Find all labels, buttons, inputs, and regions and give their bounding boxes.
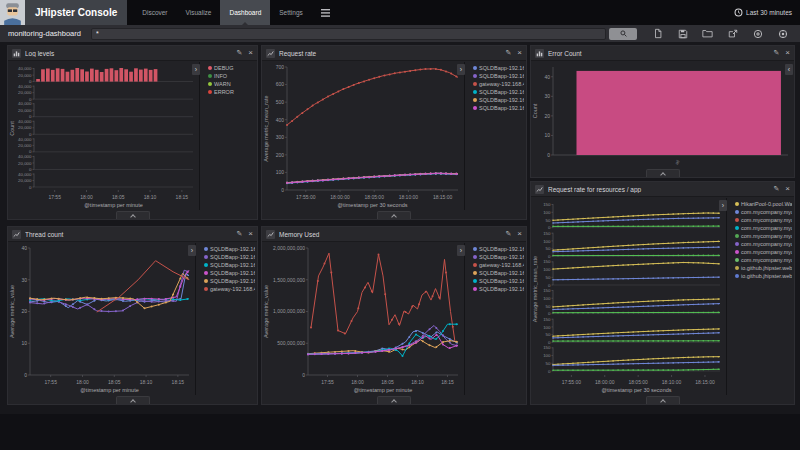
chevron-up-icon <box>660 399 666 405</box>
time-range-label: Last 30 minutes <box>746 9 792 16</box>
legend-item[interactable]: SQLDBapp-192.168.4... <box>473 286 524 292</box>
legend-item[interactable]: INFO <box>208 73 255 79</box>
panel-header-log-levels[interactable]: Log levels ✎× <box>8 46 257 61</box>
chart-canvas-request-rate-resources[interactable]: 1501005001501005001501005001501005001501… <box>531 198 726 395</box>
legend-item[interactable]: SQLDBapp-192.168.4... <box>204 270 255 276</box>
legend-color-dot <box>473 74 477 78</box>
svg-text:50: 50 <box>546 218 551 223</box>
collapse-panel-button[interactable] <box>377 211 411 219</box>
collapse-panel-button[interactable] <box>377 396 411 404</box>
remove-panel-icon[interactable]: × <box>248 49 253 57</box>
edit-panel-icon[interactable]: ✎ <box>236 49 242 57</box>
line-chart-icon <box>266 49 275 58</box>
legend-item[interactable]: com.mycompany.myap... <box>735 249 792 255</box>
svg-text:18:15:00: 18:15:00 <box>433 194 453 200</box>
edit-panel-icon[interactable]: ✎ <box>505 49 511 57</box>
open-folder-icon[interactable] <box>702 28 713 39</box>
edit-panel-icon[interactable]: ✎ <box>773 49 779 57</box>
legend-item[interactable]: SQLDBapp-192.168.4... <box>473 278 524 284</box>
chart-canvas-request-rate[interactable]: 700600500400300200100017:55:0018:00:0018… <box>262 62 464 210</box>
legend-item[interactable]: SQLDBapp-192.168.4... <box>473 97 524 103</box>
svg-text:40,000: 40,000 <box>18 84 32 89</box>
add-visualization-icon[interactable] <box>752 28 763 39</box>
nav-discover[interactable]: Discover <box>133 0 176 25</box>
svg-text:40,000: 40,000 <box>18 172 32 177</box>
legend-item[interactable]: gateway-192.168.43.8... <box>204 286 255 292</box>
legend-item[interactable]: ERROR <box>208 89 255 95</box>
dashboard-toolbar <box>652 28 792 39</box>
edit-panel-icon[interactable]: ✎ <box>236 230 242 238</box>
save-icon[interactable] <box>677 28 688 39</box>
share-icon[interactable] <box>727 28 738 39</box>
remove-panel-icon[interactable]: × <box>785 49 790 57</box>
svg-text:Average metric_mean_rate: Average metric_mean_rate <box>532 256 538 322</box>
legend-item[interactable]: SQLDBapp-192.168.4... <box>204 278 255 284</box>
legend-toggle-icon[interactable]: › <box>457 64 465 75</box>
chevron-up-icon <box>391 214 397 220</box>
legend-label: SQLDBapp-192.168.4... <box>479 105 524 111</box>
chart-canvas-log-levels[interactable]: 40,00020,000040,00020,000040,00020,00004… <box>8 62 199 210</box>
legend-item[interactable]: SQLDBapp-192.168.4... <box>473 105 524 111</box>
legend-item[interactable]: SQLDBapp-192.168.4... <box>473 89 524 95</box>
collapse-panel-button[interactable] <box>646 396 680 404</box>
legend-toggle-icon[interactable]: › <box>719 200 727 211</box>
collapse-panel-button[interactable] <box>646 169 680 177</box>
legend-column: › SQLDBapp-192.168.4...SQLDBapp-192.168.… <box>464 62 526 210</box>
panel-header-memory-used[interactable]: Memory Used ✎× <box>262 227 526 242</box>
legend-toggle-icon[interactable]: › <box>192 64 200 75</box>
legend-item[interactable]: SQLDBapp-192.168.4... <box>473 254 524 260</box>
menu-icon[interactable] <box>312 0 339 25</box>
legend-item[interactable]: com.mycompany.myap... <box>735 217 792 223</box>
legend-item[interactable]: gateway-192.168.43.8... <box>473 262 524 268</box>
legend-item[interactable]: com.mycompany.myap... <box>735 257 792 263</box>
collapse-panel-button[interactable] <box>116 211 150 219</box>
legend-item[interactable]: SQLDBapp-192.168.4... <box>473 73 524 79</box>
nav-settings[interactable]: Settings <box>270 0 312 25</box>
edit-panel-icon[interactable]: ✎ <box>773 185 779 193</box>
legend-color-dot <box>208 74 212 78</box>
legend-item[interactable]: SQLDBapp-192.168.4... <box>204 262 255 268</box>
nav-dashboard[interactable]: Dashboard <box>220 0 270 25</box>
panel-header-error-count[interactable]: Error Count ✎× <box>531 46 794 61</box>
svg-text:0: 0 <box>548 283 551 288</box>
legend-item[interactable]: WARN <box>208 81 255 87</box>
remove-panel-icon[interactable]: × <box>517 49 522 57</box>
collapse-panel-button[interactable] <box>116 396 150 404</box>
legend-toggle-icon[interactable]: ‹ <box>785 64 793 75</box>
legend-item[interactable]: io.github.jhipster.web.r... <box>735 273 792 279</box>
legend-item[interactable]: com.mycompany.myap... <box>735 233 792 239</box>
legend-item[interactable]: SQLDBapp-192.168.4... <box>473 246 524 252</box>
search-button[interactable] <box>609 28 637 40</box>
legend-item[interactable]: SQLDBapp-192.168.4... <box>473 65 524 71</box>
legend-item[interactable]: com.mycompany.myap... <box>735 209 792 215</box>
options-gear-icon[interactable] <box>777 28 788 39</box>
nav-visualize[interactable]: Visualize <box>177 0 221 25</box>
chart-canvas-error-count[interactable]: 403020100allCount <box>531 62 794 168</box>
legend-toggle-icon[interactable]: › <box>188 245 196 256</box>
legend-item[interactable]: HikariPool-0.pool.Wait <box>735 201 792 207</box>
legend-item[interactable]: SQLDBapp-192.168.4... <box>204 254 255 260</box>
query-input[interactable] <box>91 28 606 40</box>
legend-toggle-icon[interactable]: › <box>457 245 465 256</box>
chart-canvas-memory-used[interactable]: 2,000,000,0001,500,000,0001,000,000,0005… <box>262 243 464 395</box>
legend-item[interactable]: io.github.jhipster.web.r... <box>735 265 792 271</box>
new-document-icon[interactable] <box>652 28 663 39</box>
panel-header-request-rate-resources[interactable]: Request rate for resources / app ✎× <box>531 182 794 197</box>
legend-label: ERROR <box>214 89 234 95</box>
legend-item[interactable]: com.mycompany.myap... <box>735 241 792 247</box>
legend-item[interactable]: gateway-192.168.43.8... <box>473 81 524 87</box>
legend-item[interactable]: SQLDBapp-192.168.4... <box>204 246 255 252</box>
chart-canvas-thread-count[interactable]: 40302010017:5518:0018:0518:1018:15@times… <box>8 243 195 395</box>
remove-panel-icon[interactable]: × <box>517 230 522 238</box>
legend-item[interactable]: SQLDBapp-192.168.4... <box>473 270 524 276</box>
panel-header-request-rate[interactable]: Request rate ✎× <box>262 46 526 61</box>
legend-color-dot <box>735 250 739 254</box>
time-picker[interactable]: Last 30 minutes <box>734 0 800 25</box>
legend-item[interactable]: com.mycompany.myap... <box>735 225 792 231</box>
svg-text:700: 700 <box>276 64 285 70</box>
remove-panel-icon[interactable]: × <box>248 230 253 238</box>
legend-item[interactable]: DEBUG <box>208 65 255 71</box>
panel-header-thread-count[interactable]: Thread count ✎× <box>8 227 257 242</box>
remove-panel-icon[interactable]: × <box>785 185 790 193</box>
edit-panel-icon[interactable]: ✎ <box>505 230 511 238</box>
